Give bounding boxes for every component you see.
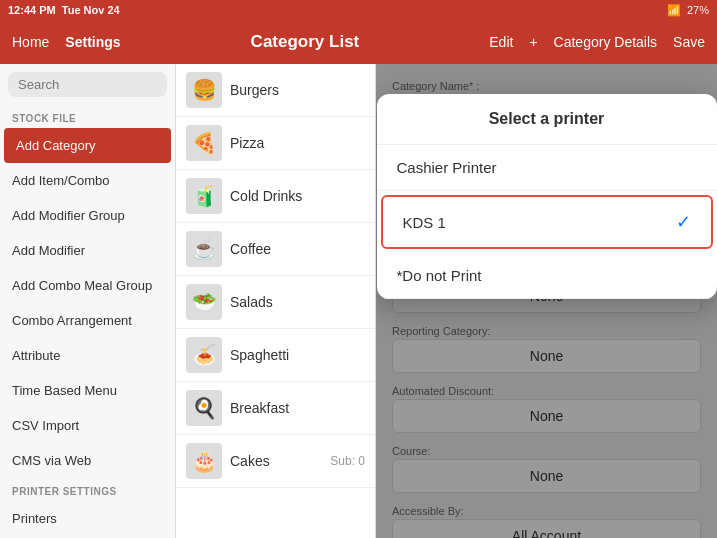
printer-option-kds1[interactable]: KDS 1 ✓	[381, 195, 713, 249]
list-item[interactable]: 🎂 Cakes Sub: 0	[176, 435, 375, 488]
printer-dialog: Select a printer Cashier Printer KDS 1 ✓…	[377, 94, 717, 299]
status-right: 📶 27%	[667, 4, 709, 17]
sidebar-item-add-category[interactable]: Add Category	[4, 128, 171, 163]
cat-name: Salads	[230, 294, 365, 310]
search-box	[0, 64, 175, 105]
list-item[interactable]: 🍔 Burgers	[176, 64, 375, 117]
cat-thumb: 🍝	[186, 337, 222, 373]
list-item[interactable]: 🍕 Pizza	[176, 117, 375, 170]
nav-title: Category List	[121, 32, 490, 52]
wifi-icon: 📶	[667, 4, 681, 17]
sidebar-item-csv-import[interactable]: CSV Import	[0, 408, 175, 443]
sidebar-item-add-combo-meal-group[interactable]: Add Combo Meal Group	[0, 268, 175, 303]
cat-thumb: 🎂	[186, 443, 222, 479]
list-item[interactable]: ☕ Coffee	[176, 223, 375, 276]
sidebar-item-printers[interactable]: Printers	[0, 501, 175, 536]
sidebar-item-combo-arrangement[interactable]: Combo Arrangement	[0, 303, 175, 338]
printer-dialog-overlay: Select a printer Cashier Printer KDS 1 ✓…	[376, 64, 717, 538]
cat-name: Cold Drinks	[230, 188, 365, 204]
cat-name: Breakfast	[230, 400, 365, 416]
cat-thumb: 🧃	[186, 178, 222, 214]
status-time: 12:44 PM Tue Nov 24	[8, 4, 120, 16]
stock-file-label: STOCK FILE	[0, 105, 175, 128]
nav-save[interactable]: Save	[673, 34, 705, 50]
sidebar-item-time-based-menu[interactable]: Time Based Menu	[0, 373, 175, 408]
cat-sub: Sub: 0	[330, 454, 365, 468]
dialog-title: Select a printer	[377, 94, 717, 145]
nav-left: Home Settings	[12, 34, 121, 50]
battery-label: 27%	[687, 4, 709, 16]
category-list: 🍔 Burgers 🍕 Pizza 🧃 Cold Drinks ☕ Coffee…	[176, 64, 376, 538]
sidebar-item-add-item-combo[interactable]: Add Item/Combo	[0, 163, 175, 198]
sidebar: STOCK FILE Add Category Add Item/Combo A…	[0, 64, 176, 538]
right-panel: Category Name* : Burgers Assigned Kitche…	[376, 64, 717, 538]
list-item[interactable]: 🥗 Salads	[176, 276, 375, 329]
cat-thumb: 🍳	[186, 390, 222, 426]
cat-name: Pizza	[230, 135, 365, 151]
nav-add[interactable]: +	[529, 34, 537, 50]
list-item[interactable]: 🧃 Cold Drinks	[176, 170, 375, 223]
printer-option-do-not-print[interactable]: *Do not Print	[377, 253, 717, 299]
nav-category-details: Category Details	[554, 34, 658, 50]
sidebar-item-cms-via-web[interactable]: CMS via Web	[0, 443, 175, 478]
printer-option-cashier[interactable]: Cashier Printer	[377, 145, 717, 191]
printer-settings-label: PRINTER SETTINGS	[0, 478, 175, 501]
sidebar-item-attribute[interactable]: Attribute	[0, 338, 175, 373]
cat-thumb: ☕	[186, 231, 222, 267]
cat-name: Cakes	[230, 453, 322, 469]
sidebar-item-add-modifier-group[interactable]: Add Modifier Group	[0, 198, 175, 233]
list-item[interactable]: 🍝 Spaghetti	[176, 329, 375, 382]
nav-edit[interactable]: Edit	[489, 34, 513, 50]
search-input[interactable]	[8, 72, 167, 97]
nav-right: Edit + Category Details Save	[489, 34, 705, 50]
cat-thumb: 🍕	[186, 125, 222, 161]
main-layout: STOCK FILE Add Category Add Item/Combo A…	[0, 64, 717, 538]
cat-name: Burgers	[230, 82, 365, 98]
cat-thumb: 🍔	[186, 72, 222, 108]
nav-settings[interactable]: Settings	[65, 34, 120, 50]
cat-name: Coffee	[230, 241, 365, 257]
cat-thumb: 🥗	[186, 284, 222, 320]
cat-name: Spaghetti	[230, 347, 365, 363]
nav-home[interactable]: Home	[12, 34, 49, 50]
sidebar-item-add-modifier[interactable]: Add Modifier	[0, 233, 175, 268]
status-bar: 12:44 PM Tue Nov 24 📶 27%	[0, 0, 717, 20]
nav-bar: Home Settings Category List Edit + Categ…	[0, 20, 717, 64]
list-item[interactable]: 🍳 Breakfast	[176, 382, 375, 435]
checkmark-icon: ✓	[676, 211, 691, 233]
